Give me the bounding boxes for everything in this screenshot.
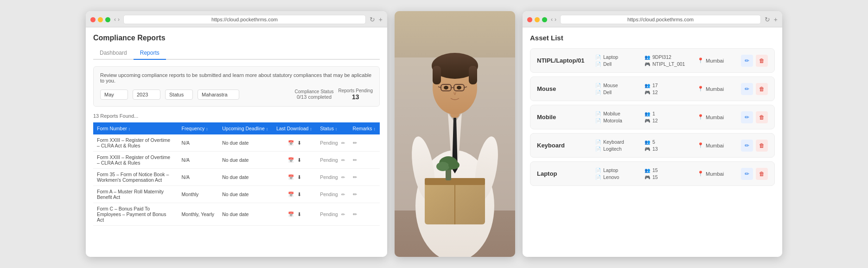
brand-icon: 📄 bbox=[595, 147, 601, 152]
col-remarks[interactable]: Remarks ↕ bbox=[349, 122, 380, 134]
col-download[interactable]: Last Download ↕ bbox=[273, 122, 316, 134]
brand-icon: 📄 bbox=[595, 175, 601, 180]
asset-item: Mobile 📄 Mobilue 📄 Motorola 👥 1 🎮 12 📍 bbox=[530, 105, 775, 129]
delete-asset-button[interactable]: 🗑 bbox=[756, 111, 768, 123]
reload-icon[interactable]: ↻ bbox=[370, 16, 375, 23]
asset-user2: 15 bbox=[652, 174, 658, 180]
asset-list-title: Asset List bbox=[530, 34, 775, 42]
minimize-button-3[interactable] bbox=[535, 17, 540, 22]
asset-user1-row: 👥 5 bbox=[645, 139, 686, 145]
cell-frequency: N/A bbox=[178, 134, 219, 152]
col-deadline[interactable]: Upcoming Deadline ↕ bbox=[218, 122, 273, 134]
add-tab-icon-3[interactable]: + bbox=[774, 16, 778, 23]
remark-icon[interactable]: ✏ bbox=[353, 211, 357, 217]
cell-download: 📅 ⬇ bbox=[273, 152, 316, 169]
asset-brand: Dell bbox=[603, 61, 612, 67]
status-filter[interactable] bbox=[165, 89, 193, 100]
edit-asset-button[interactable]: ✏ bbox=[741, 55, 753, 67]
download-arrow-icon[interactable]: ⬇ bbox=[297, 140, 301, 146]
info-text: Review upcoming compliance reports to be… bbox=[100, 72, 373, 83]
reports-found: 13 Reports Found... bbox=[93, 113, 380, 119]
forward-arrow[interactable]: › bbox=[118, 16, 120, 23]
controller-icon: 🎮 bbox=[645, 90, 650, 95]
back-arrow[interactable]: ‹ bbox=[114, 16, 116, 23]
asset-user1: 15 bbox=[652, 167, 658, 173]
location-icon: 📍 bbox=[697, 57, 704, 64]
download-icon[interactable]: 📅 bbox=[288, 191, 294, 197]
cell-frequency: Monthly bbox=[178, 186, 219, 203]
status-edit-icon[interactable]: ✏ bbox=[341, 192, 345, 197]
table-row: Form XXIII – Register of Overtime – CLRA… bbox=[93, 152, 380, 169]
asset-type: Mouse bbox=[603, 83, 618, 88]
forward-arrow-3[interactable]: › bbox=[555, 16, 556, 23]
asset-type-row: 📄 Mobilue bbox=[595, 111, 637, 116]
remark-icon[interactable]: ✏ bbox=[353, 174, 357, 180]
sort-icon-status: ↕ bbox=[335, 127, 338, 131]
download-icon[interactable]: 📅 bbox=[288, 140, 294, 146]
close-button-3[interactable] bbox=[527, 17, 532, 22]
asset-details: 📄 Mobilue 📄 Motorola bbox=[595, 111, 637, 123]
sort-icon-freq: ↕ bbox=[206, 127, 208, 131]
status-edit-icon[interactable]: ✏ bbox=[341, 158, 345, 163]
remark-icon[interactable]: ✏ bbox=[353, 191, 357, 197]
download-arrow-icon[interactable]: ⬇ bbox=[297, 191, 301, 197]
edit-asset-button[interactable]: ✏ bbox=[741, 140, 753, 152]
download-icon[interactable]: 📅 bbox=[288, 157, 294, 163]
user-icon: 👥 bbox=[645, 168, 650, 173]
asset-item: NTIPL/Laptop/01 📄 Laptop 📄 Dell 👥 9DPI31… bbox=[530, 48, 775, 73]
maximize-button[interactable] bbox=[105, 17, 110, 22]
brand-icon: 📄 bbox=[595, 90, 601, 95]
download-arrow-icon[interactable]: ⬇ bbox=[297, 174, 301, 180]
edit-asset-button[interactable]: ✏ bbox=[741, 83, 753, 95]
user-icon: 👥 bbox=[645, 140, 650, 145]
delete-asset-button[interactable]: 🗑 bbox=[756, 83, 768, 95]
state-filter[interactable] bbox=[198, 89, 239, 100]
download-icon[interactable]: 📅 bbox=[288, 174, 294, 180]
asset-users: 👥 15 🎮 15 bbox=[645, 167, 686, 180]
col-frequency[interactable]: Frequency ↕ bbox=[178, 122, 219, 134]
minimize-button[interactable] bbox=[98, 17, 103, 22]
file-icon: 📄 bbox=[595, 140, 601, 145]
asset-location: 📍 Mumbai bbox=[697, 142, 730, 148]
month-filter[interactable] bbox=[100, 89, 128, 100]
remark-icon[interactable]: ✏ bbox=[353, 140, 357, 146]
asset-details: 📄 Laptop 📄 Lenovo bbox=[595, 167, 637, 180]
asset-details: 📄 Mouse 📄 Dell bbox=[595, 83, 637, 95]
compliance-content: Compliance Reports Dashboard Reports Rev… bbox=[86, 27, 387, 257]
maximize-button-3[interactable] bbox=[542, 17, 547, 22]
status-edit-icon[interactable]: ✏ bbox=[341, 140, 345, 146]
asset-type: Laptop bbox=[603, 54, 618, 60]
asset-brand: Dell bbox=[603, 89, 612, 95]
status-edit-icon[interactable]: ✏ bbox=[341, 175, 345, 180]
sort-icon-remarks: ↕ bbox=[374, 127, 376, 131]
tabs-bar: Dashboard Reports bbox=[93, 47, 380, 60]
download-icon[interactable]: 📅 bbox=[288, 211, 294, 217]
delete-asset-button[interactable]: 🗑 bbox=[756, 168, 768, 180]
delete-asset-button[interactable]: 🗑 bbox=[756, 55, 768, 67]
remark-icon[interactable]: ✏ bbox=[353, 157, 357, 163]
compliance-status: Compliance Status 0/13 completed bbox=[295, 89, 334, 100]
cell-deadline: No due date bbox=[218, 169, 273, 186]
edit-asset-button[interactable]: ✏ bbox=[741, 168, 753, 180]
download-arrow-icon[interactable]: ⬇ bbox=[297, 211, 301, 217]
url-bar-1[interactable]: https://cloud.pockethrms.com bbox=[123, 15, 366, 24]
col-form-number[interactable]: Form Number ↕ bbox=[93, 122, 178, 134]
svg-rect-9 bbox=[469, 66, 477, 84]
download-arrow-icon[interactable]: ⬇ bbox=[297, 157, 301, 163]
tab-reports[interactable]: Reports bbox=[134, 47, 166, 60]
col-status[interactable]: Status ↕ bbox=[316, 122, 349, 134]
svg-rect-8 bbox=[433, 66, 441, 84]
tab-dashboard[interactable]: Dashboard bbox=[93, 47, 134, 60]
status-edit-icon[interactable]: ✏ bbox=[341, 212, 345, 217]
back-arrow-3[interactable]: ‹ bbox=[551, 16, 553, 23]
url-bar-3[interactable]: https://cloud.pockethrms.com bbox=[560, 15, 761, 24]
delete-asset-button[interactable]: 🗑 bbox=[756, 140, 768, 152]
reload-icon-3[interactable]: ↻ bbox=[765, 16, 770, 23]
edit-asset-button[interactable]: ✏ bbox=[741, 111, 753, 123]
sort-icon-deadline: ↕ bbox=[266, 127, 268, 131]
year-filter[interactable] bbox=[133, 89, 160, 100]
add-tab-icon[interactable]: + bbox=[379, 16, 383, 23]
location-text: Mumbai bbox=[706, 143, 724, 148]
close-button[interactable] bbox=[90, 17, 96, 22]
cell-remarks: ✏ bbox=[349, 169, 380, 186]
